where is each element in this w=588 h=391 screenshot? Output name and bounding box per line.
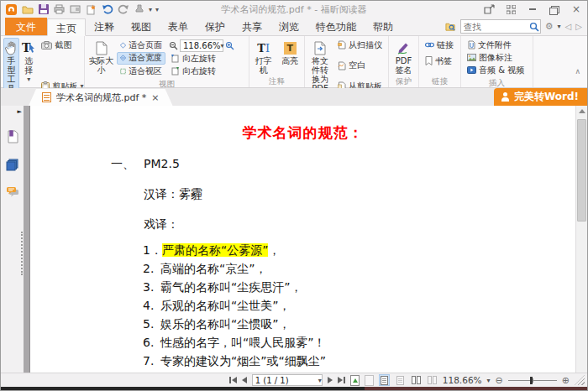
document-tab[interactable]: 学术名词的规范.pdf * × bbox=[29, 89, 173, 106]
scroll-up-icon[interactable] bbox=[579, 109, 585, 113]
bookmarks-panel-icon[interactable] bbox=[7, 130, 18, 143]
first-page-button[interactable] bbox=[229, 375, 237, 385]
vertical-scrollbar[interactable] bbox=[575, 106, 587, 373]
search-input[interactable] bbox=[461, 22, 529, 32]
new-document-icon[interactable] bbox=[85, 3, 97, 15]
page-dropdown-icon[interactable]: ▾ bbox=[318, 377, 322, 384]
next-page-button[interactable] bbox=[328, 375, 333, 385]
tab-browse[interactable]: 浏览 bbox=[270, 18, 307, 35]
typewriter-button[interactable]: TI 打字机 bbox=[252, 38, 276, 76]
stamp-tool-icon[interactable] bbox=[133, 3, 145, 15]
rotate-right-button[interactable]: 向右旋转 bbox=[167, 65, 246, 77]
audio-video-button[interactable]: 音频 & 视频 bbox=[464, 64, 528, 76]
convert-to-word-button[interactable]: 完美转Word! bbox=[494, 88, 587, 106]
close-document-icon[interactable]: × bbox=[151, 92, 159, 103]
zoom-value-box[interactable]: 118.66% ▾ bbox=[180, 39, 223, 52]
bookmark-page-icon bbox=[425, 56, 433, 65]
fit-page-button[interactable]: 适合页面 bbox=[117, 39, 165, 51]
mail-icon[interactable] bbox=[69, 3, 81, 15]
zoom-slider-thumb[interactable] bbox=[530, 377, 533, 384]
customize-qat-icon[interactable]: ▾ bbox=[155, 6, 159, 13]
layout-grid-icon[interactable] bbox=[504, 4, 517, 15]
undo-icon[interactable] bbox=[101, 3, 113, 15]
pdf-sign-button[interactable]: PDF签名 bbox=[391, 38, 416, 76]
highlight-button[interactable]: T 高亮 bbox=[279, 38, 302, 76]
foxit-logo-icon[interactable] bbox=[5, 3, 18, 15]
sidebar-expand-icon[interactable]: ► bbox=[18, 108, 22, 115]
image-annotation-button[interactable]: 图像标注 bbox=[464, 51, 528, 64]
tab-protect[interactable]: 保护 bbox=[197, 18, 234, 35]
tab-comment[interactable]: 注释 bbox=[86, 18, 123, 35]
status-zoom-dropdown-icon[interactable]: ▾ bbox=[487, 377, 491, 384]
hand-tool-button[interactable]: 手型工具 bbox=[3, 38, 19, 94]
single-page-mode-button[interactable] bbox=[379, 374, 390, 386]
tab-form[interactable]: 表单 bbox=[160, 18, 197, 35]
collapse-ribbon-icon[interactable]: ∧ bbox=[575, 67, 580, 76]
print-icon[interactable] bbox=[53, 3, 66, 15]
panel-resize-handle[interactable] bbox=[21, 232, 23, 275]
minimize-button[interactable] bbox=[526, 4, 539, 15]
attachment-icon bbox=[467, 40, 475, 50]
search-folder-icon[interactable] bbox=[445, 21, 456, 32]
select-tool-button[interactable]: T 选择 ▾ bbox=[21, 38, 36, 94]
zoom-in-magnifier-icon[interactable] bbox=[225, 41, 234, 50]
ribbon-home: 手型工具 T 选择 ▾ 截图 bbox=[1, 36, 587, 88]
facing-mode-button[interactable] bbox=[411, 374, 422, 386]
fit-visible-button[interactable]: 适合视区 bbox=[117, 65, 165, 77]
zoom-out-button[interactable]: ⊖ bbox=[496, 375, 503, 386]
last-page-button[interactable] bbox=[338, 375, 345, 385]
fit-width-button[interactable]: 适合宽度 bbox=[117, 52, 165, 65]
redo-icon[interactable] bbox=[117, 3, 129, 15]
continuous-facing-mode-button[interactable] bbox=[427, 374, 438, 386]
tab-view[interactable]: 视图 bbox=[123, 18, 160, 35]
previous-view-button[interactable] bbox=[350, 375, 360, 386]
tab-help[interactable]: 帮助 bbox=[365, 18, 402, 35]
window-resize-grip[interactable] bbox=[575, 375, 585, 385]
blank-document-button[interactable]: 空白 bbox=[334, 60, 386, 72]
tab-file[interactable]: 文件 bbox=[5, 18, 47, 35]
scanner-page-icon bbox=[338, 40, 346, 50]
restore-button[interactable] bbox=[548, 4, 561, 15]
tab-share[interactable]: 共享 bbox=[234, 18, 270, 35]
tab-home[interactable]: 主页 bbox=[47, 18, 86, 36]
link-button[interactable]: 链接 bbox=[422, 39, 457, 51]
search-settings-gear-icon[interactable]: ⚙ bbox=[545, 21, 554, 32]
document-tab-bar: 学术名词的规范.pdf * × 完美转Word! bbox=[1, 88, 587, 106]
bookmark-button[interactable]: 书签 bbox=[422, 55, 457, 67]
section-line: 一、PM2.5 bbox=[111, 157, 575, 172]
continuous-mode-button[interactable] bbox=[395, 374, 406, 386]
page-number-input[interactable] bbox=[253, 376, 318, 385]
scrollbar-thumb[interactable] bbox=[577, 119, 586, 222]
rotate-left-button[interactable]: 向左旋转 bbox=[167, 52, 246, 65]
file-attachment-button[interactable]: 文件附件 bbox=[464, 39, 528, 51]
snapshot-button[interactable]: 截图 bbox=[38, 39, 87, 51]
comments-panel-icon[interactable] bbox=[6, 186, 19, 197]
stamp-dropdown-icon[interactable]: ▾ bbox=[149, 6, 152, 13]
close-button[interactable]: × bbox=[570, 4, 583, 15]
fit-page-icon bbox=[120, 41, 126, 50]
tab-features[interactable]: 特色功能 bbox=[307, 18, 365, 35]
pages-panel-icon[interactable] bbox=[6, 159, 18, 171]
zoom-in-button[interactable]: ⊕ bbox=[562, 375, 570, 386]
app-window: 学术名词的规范.pdf * - 福昕阅读器 bbox=[0, 0, 588, 391]
find-previous-icon[interactable]: ◁ bbox=[565, 22, 572, 31]
save-icon[interactable] bbox=[37, 3, 50, 15]
share-icon[interactable] bbox=[482, 4, 496, 15]
translation-line: 汉译：雾霾 bbox=[144, 187, 575, 202]
open-file-icon[interactable] bbox=[21, 3, 34, 15]
from-scanner-button[interactable]: 从扫描仪 bbox=[334, 39, 386, 51]
search-settings-dropdown-icon[interactable]: ▾ bbox=[558, 23, 561, 30]
find-next-icon[interactable]: ▷ bbox=[575, 22, 582, 31]
search-icon[interactable] bbox=[529, 21, 540, 32]
actual-size-button[interactable]: 实际大小 bbox=[87, 38, 115, 79]
ribbon-group-create: 将文件转换为PDF 从扫描仪 空白 从剪贴板 bbox=[305, 36, 389, 87]
list-item: 5. 娱乐的名称叫“尘惯吸”， bbox=[143, 318, 575, 331]
ribbon-group-protect: PDF签名 保护 bbox=[389, 36, 419, 87]
panel-divider[interactable] bbox=[24, 106, 30, 373]
previous-page-button[interactable] bbox=[242, 375, 247, 385]
zoom-slider[interactable] bbox=[508, 376, 557, 385]
convert-to-pdf-button[interactable]: 将文件转换为PDF bbox=[307, 38, 333, 94]
zoom-out-magnifier-icon[interactable] bbox=[169, 41, 178, 50]
next-view-button[interactable] bbox=[365, 375, 374, 386]
person-icon bbox=[501, 92, 510, 102]
